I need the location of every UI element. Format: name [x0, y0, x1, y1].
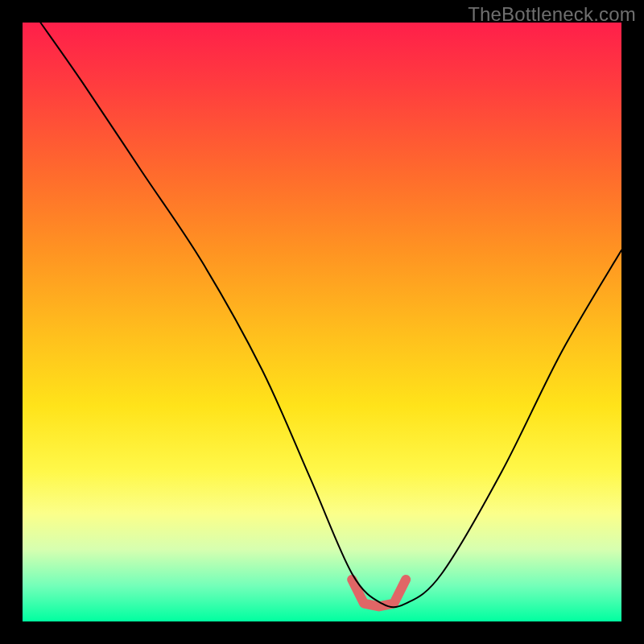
curve-svg — [23, 23, 621, 621]
bottleneck-curve — [40, 23, 621, 607]
chart-frame: TheBottleneck.com — [0, 0, 644, 644]
plot-area — [23, 23, 621, 621]
